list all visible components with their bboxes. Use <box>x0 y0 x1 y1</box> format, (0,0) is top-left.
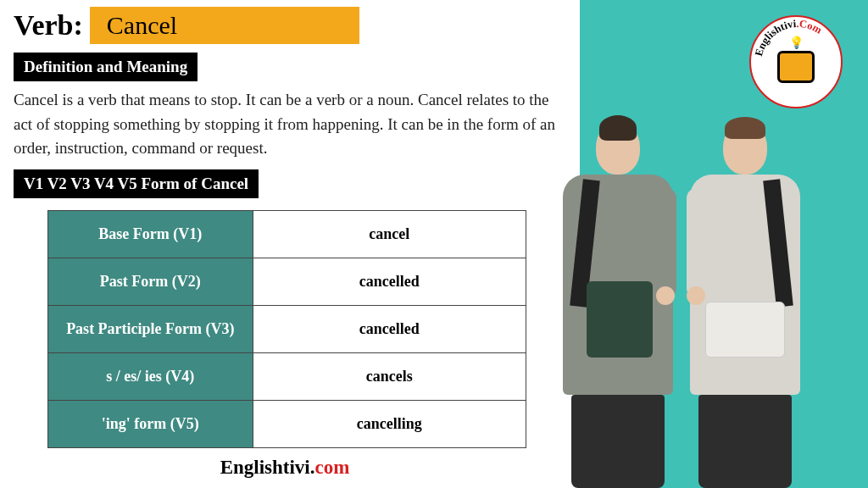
arm-shape <box>687 188 707 298</box>
form-value-cell: cancels <box>253 352 526 400</box>
torso-shape <box>563 175 673 395</box>
torso-shape <box>690 175 800 395</box>
forms-table-wrap: Base Form (V1) cancel Past Form (V2) can… <box>14 210 563 448</box>
students-illustration <box>537 115 826 488</box>
legs-shape <box>698 395 792 488</box>
tv-icon <box>777 51 815 83</box>
lightbulb-icon: 💡 <box>789 36 804 50</box>
verb-forms-table: Base Form (V1) cancel Past Form (V2) can… <box>47 210 526 448</box>
form-label-cell: Past Participle Form (V3) <box>48 305 253 352</box>
brand-logo-badge: Englishtivi.Com 💡 <box>749 15 843 108</box>
tablet-item <box>705 302 785 358</box>
table-row: Past Form (V2) cancelled <box>48 258 526 305</box>
form-label-cell: s / es/ ies (V4) <box>48 352 253 400</box>
table-row: Base Form (V1) cancel <box>48 210 526 258</box>
backpack-strap <box>763 179 793 307</box>
form-value-cell: cancel <box>253 210 526 258</box>
brand-tld: com <box>314 457 349 478</box>
table-row: Past Participle Form (V3) cancelled <box>48 305 526 352</box>
form-label-cell: 'ing' form (V5) <box>48 400 253 447</box>
legs-shape <box>571 395 665 488</box>
form-label-cell: Past Form (V2) <box>48 258 253 305</box>
forms-heading: V1 V2 V3 V4 V5 Form of Cancel <box>14 169 259 198</box>
table-row: 'ing' form (V5) cancelling <box>48 400 526 447</box>
form-value-cell: cancelled <box>253 258 526 305</box>
brand-footer: Englishtivi.com <box>14 457 556 479</box>
head-shape <box>723 122 767 175</box>
head-shape <box>596 122 640 175</box>
form-value-cell: cancelling <box>253 400 526 447</box>
female-student-figure <box>682 122 809 488</box>
form-value-cell: cancelled <box>253 305 526 352</box>
definition-text: Cancel is a verb that means to stop. It … <box>14 88 563 161</box>
brand-name: Englishtivi <box>220 457 310 478</box>
male-student-figure <box>554 122 682 488</box>
book-item <box>587 281 653 358</box>
form-label-cell: Base Form (V1) <box>48 210 253 258</box>
verb-label: Verb: <box>14 9 83 42</box>
arm-shape <box>656 188 676 298</box>
main-content: Verb: Cancel Definition and Meaning Canc… <box>0 0 576 485</box>
verb-word-highlight: Cancel <box>90 7 359 44</box>
definition-heading: Definition and Meaning <box>14 53 198 81</box>
table-row: s / es/ ies (V4) cancels <box>48 352 526 400</box>
verb-header-row: Verb: Cancel <box>14 7 563 44</box>
